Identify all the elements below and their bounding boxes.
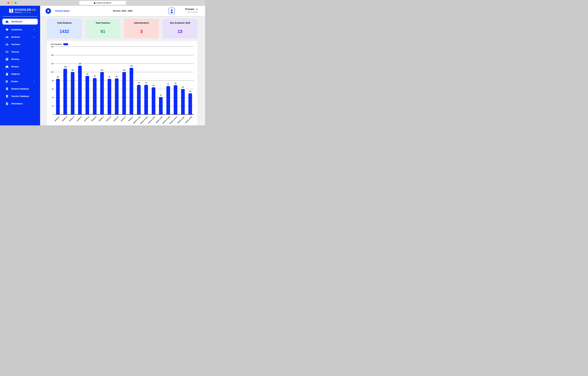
sidebar-item-label: Dashboard <box>11 21 22 23</box>
y-tick-label: 20 <box>47 105 54 107</box>
bar-value-label: 84 <box>54 76 61 78</box>
sidebar-item-label: Division <box>11 58 19 61</box>
sidebar-item-dashboard[interactable]: Dashboard <box>2 19 38 25</box>
sidebar-item-subjects[interactable]: Subjects <box>2 70 38 78</box>
bar-grade-05[interactable] <box>86 76 89 115</box>
screen: school.schooler.lk SCHOOLER.LK Powered B… <box>0 0 205 125</box>
sidebar-item-label: Houses <box>11 65 19 68</box>
bar-value-label: 70 <box>143 82 150 84</box>
bar-grade-13-mat[interactable] <box>181 89 185 115</box>
sidebar-item-teachers[interactable]: Teachers <box>2 41 38 48</box>
bar-grade-09[interactable] <box>115 78 118 115</box>
gridline <box>55 47 194 47</box>
browser-chrome: school.schooler.lk <box>0 0 205 6</box>
user-avatar-icon <box>170 9 173 13</box>
zoom-window-button[interactable] <box>15 2 17 4</box>
chevron-right-icon <box>33 81 35 83</box>
stat-cards-row: Total Students1432Total Teachers61Admini… <box>47 19 197 38</box>
role-name: Principal <box>185 8 194 10</box>
chevron-right-icon <box>33 36 35 38</box>
sidebar-item-label: Teacher Database <box>11 95 29 97</box>
sidebar-item-label: Teachers <box>11 43 20 46</box>
academics-icon <box>5 28 9 31</box>
stat-value: 61 <box>86 29 120 34</box>
role-dropdown[interactable]: Principal <box>185 8 198 10</box>
brand-name: SCHOOLER <box>15 8 31 11</box>
gridline <box>55 63 194 64</box>
app-logo: SCHOOLER.LK Powered By AlphaCodes <box>9 8 36 13</box>
stat-label: Administrators <box>124 22 159 24</box>
lock-icon <box>94 2 95 4</box>
bar-grade-03[interactable] <box>71 72 75 115</box>
y-tick-label: 140 <box>47 54 54 56</box>
bar-value-label: 115 <box>76 63 84 65</box>
bar-value-label: 108 <box>62 66 69 68</box>
window-controls <box>7 2 17 4</box>
teachers-icon <box>5 43 9 46</box>
bar-grade-13-bio[interactable] <box>188 93 192 115</box>
sidebar-item-label: Classes <box>11 51 19 53</box>
sidebar-item-houses[interactable]: Houses <box>2 63 38 70</box>
dashboard-content: Total Students1432Total Teachers61Admini… <box>40 16 205 125</box>
sidebar-item-teacher-database[interactable]: Teacher Database <box>2 93 38 100</box>
bar-value-label: 110 <box>128 65 135 67</box>
role-subtitle: Super Admin <box>185 11 198 13</box>
bar-grade-11[interactable] <box>130 68 133 115</box>
bar-grade-08[interactable] <box>107 79 111 115</box>
avatar-button[interactable] <box>168 8 175 14</box>
bar-grade-10[interactable] <box>122 72 126 115</box>
bar-value-label: 67 <box>165 83 172 85</box>
stat-value: 13 <box>163 29 197 34</box>
bar-grade-12-com[interactable] <box>137 85 141 115</box>
bar-value-label: 50 <box>187 91 194 92</box>
home-icon <box>5 20 9 23</box>
bar-value-label: 69 <box>172 83 179 84</box>
bar-value-label: 41 <box>157 94 164 96</box>
bar-value-label: 100 <box>120 69 128 71</box>
bar-grade-13-arts[interactable] <box>174 85 177 115</box>
book-logo-icon <box>9 8 13 13</box>
sidebar-divider <box>3 16 38 17</box>
sidebar-item-label: Students <box>11 36 20 38</box>
y-tick-label: 160 <box>47 46 54 48</box>
close-window-button[interactable] <box>7 2 9 4</box>
bar-grade-04[interactable] <box>78 66 82 115</box>
bar-grade-02[interactable] <box>63 69 67 115</box>
bar-grade-06[interactable] <box>93 78 96 115</box>
session-label: Session: 2024 - 2025 <box>40 10 205 12</box>
bar-grade-12-bio[interactable] <box>159 97 163 115</box>
bar-grade-13-com[interactable] <box>166 86 170 115</box>
sidebar-item-academics[interactable]: Academics <box>2 26 38 33</box>
bar-value-label: 70 <box>135 82 142 84</box>
user-menu: Principal Super Admin <box>185 8 198 13</box>
stat-value: 1432 <box>47 29 82 34</box>
sidebar-item-attendance[interactable]: Attendance <box>2 100 38 107</box>
bar-grade-12-arts[interactable] <box>144 85 148 115</box>
bar-value-label: 100 <box>98 69 106 71</box>
stat-card-administrators: Administrators3 <box>124 19 159 38</box>
sidebar-nav: DashboardAcademicsStudentsTeachersClasse… <box>2 19 38 107</box>
stat-label: Non-Academic Staff <box>163 22 197 24</box>
sidebar-item-classes[interactable]: Classes <box>2 48 38 56</box>
stat-card-total-students: Total Students1432 <box>47 19 82 38</box>
alphacodes-label: AlphaCodes <box>24 12 31 13</box>
bar-value-label: 91 <box>84 73 91 75</box>
stat-label: Total Students <box>47 22 82 24</box>
sidebar-item-division[interactable]: Division <box>2 56 38 63</box>
sidebar-item-students[interactable]: Students <box>2 33 38 41</box>
stat-value: 3 <box>124 29 159 34</box>
minimize-window-button[interactable] <box>11 2 13 4</box>
brand-text: SCHOOLER.LK Powered By AlphaCodes <box>15 8 36 13</box>
y-tick-label: 120 <box>47 63 54 64</box>
sidebar-item-student-database[interactable]: Student Database <box>2 85 38 93</box>
bar-grade-12-mat[interactable] <box>152 87 155 115</box>
sidebar-item-exams[interactable]: Exams <box>2 78 38 85</box>
address-bar[interactable]: school.schooler.lk <box>79 1 126 5</box>
y-tick-label: 40 <box>47 96 54 98</box>
bar-grade-01[interactable] <box>56 79 60 115</box>
bar-grade-07[interactable] <box>100 72 104 115</box>
database-icon <box>5 95 9 98</box>
subjects-icon <box>5 73 9 76</box>
y-tick-label: 100 <box>47 71 54 73</box>
sidebar-item-label: Subjects <box>11 73 20 75</box>
